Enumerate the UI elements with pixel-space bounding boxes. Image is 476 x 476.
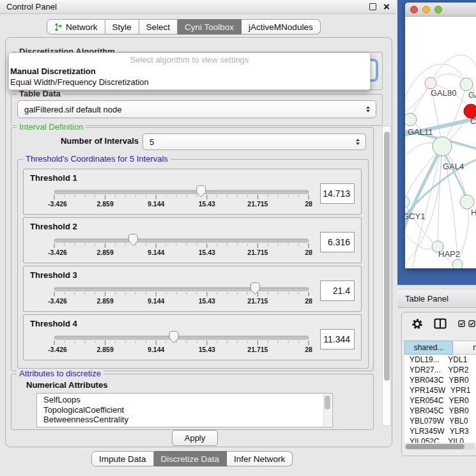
table-row[interactable]: YDL19...YDL1: [404, 355, 476, 365]
svg-text:15.43: 15.43: [199, 200, 215, 208]
svg-text:28: 28: [305, 297, 312, 305]
column-header-n[interactable]: n: [453, 341, 476, 355]
tab-label: Cyni Toolbox: [185, 22, 234, 32]
tab-network[interactable]: Network: [47, 19, 105, 35]
network-node[interactable]: [460, 78, 473, 91]
network-node-label: GAL80: [431, 88, 456, 98]
slider-handle[interactable]: [250, 283, 259, 295]
number-of-intervals-label: Number of Intervals: [31, 136, 139, 146]
tab-jactivemnodules[interactable]: jActiveMNodules: [242, 19, 321, 35]
tab-style[interactable]: Style: [105, 19, 139, 35]
bottom-tab-bar: Impute DataDiscretize DataInfer Network: [91, 451, 293, 466]
scrollbar-thumb[interactable]: [406, 444, 464, 449]
slider-handle[interactable]: [128, 234, 137, 246]
number-of-intervals-combobox[interactable]: 5: [142, 134, 366, 150]
threshold-slider[interactable]: -3.4262.8599.14415.4321.71528: [44, 185, 319, 209]
group-title: Attributes to discretize: [17, 369, 104, 379]
algorithm-options: Manual DiscretizationEqual Width/Frequen…: [9, 66, 370, 88]
table-data-combobox[interactable]: galFiltered.sif default node: [17, 100, 376, 118]
table-horizontal-scrollbar[interactable]: [404, 443, 475, 450]
table-row[interactable]: YER054CYER0: [404, 395, 476, 406]
tab-cyni-toolbox[interactable]: Cyni Toolbox: [178, 19, 242, 35]
checkbox-icon[interactable]: [458, 320, 465, 327]
network-node[interactable]: [433, 137, 452, 156]
threshold-value-field[interactable]: 6.316: [320, 232, 355, 252]
close-icon[interactable]: ×: [383, 2, 390, 12]
combo-arrows-icon: [366, 106, 370, 112]
attribute-item-selfloops[interactable]: SelfLoops: [43, 395, 323, 405]
threshold-label: Threshold 2: [30, 222, 77, 231]
network-node[interactable]: [425, 77, 436, 89]
gear-icon[interactable]: [411, 318, 424, 330]
combo-arrows-icon: [356, 139, 360, 145]
minimize-traffic-light[interactable]: [422, 6, 430, 13]
scrollbar-thumb[interactable]: [384, 132, 390, 381]
threshold-slider[interactable]: -3.4262.8599.14415.4321.71528: [44, 330, 319, 355]
apply-button[interactable]: Apply: [172, 430, 218, 446]
network-canvas[interactable]: GAL80GACGAL11GAL4GCY1HHAP2: [405, 17, 476, 268]
threshold-value-field[interactable]: 21.4: [320, 280, 355, 301]
attribute-item-betweennesscentrality[interactable]: BetweennessCentrality: [43, 415, 323, 425]
table-cell: YBR045C: [404, 406, 443, 416]
table-cell: YLR345W: [404, 426, 445, 436]
algorithm-option-manual-discretization[interactable]: Manual Discretization: [9, 66, 370, 77]
tab-label: Network: [66, 22, 98, 32]
threshold-panel-1: Threshold 1-3.4262.8599.14415.4321.71528…: [23, 169, 362, 215]
network-node-label: GAL11: [408, 127, 433, 137]
algorithm-option-equal-width-frequency-discretization[interactable]: Equal Width/Frequency Discretization: [9, 77, 370, 88]
svg-text:28: 28: [305, 346, 312, 353]
network-node[interactable]: [452, 259, 463, 268]
table-row[interactable]: YBL079WYBL0: [404, 416, 476, 426]
threshold-slider[interactable]: -3.4262.8599.14415.4321.71528: [44, 233, 319, 257]
network-node-label: H: [471, 208, 476, 217]
table-row[interactable]: YBR045CYBR0: [404, 406, 476, 416]
table-row[interactable]: YBR043CYBR0: [404, 375, 476, 385]
network-graph[interactable]: GAL80GACGAL11GAL4GCY1HHAP2: [405, 17, 476, 268]
tab-select[interactable]: Select: [139, 19, 178, 35]
table-row[interactable]: YLR345WYLR3: [404, 426, 476, 436]
threshold-panel-4: Threshold 4-3.4262.8599.14415.4321.71528…: [23, 314, 362, 360]
thresholds-group: Threshold's Coordinates for 5 Intervals …: [17, 159, 369, 369]
table-cell: YBL0: [444, 416, 476, 426]
numerical-attributes-label: Numerical Attributes: [26, 380, 107, 390]
tab-infer-network[interactable]: Infer Network: [227, 451, 293, 466]
close-traffic-light[interactable]: [410, 6, 418, 13]
svg-text:21.715: 21.715: [247, 297, 268, 305]
threshold-slider[interactable]: -3.4262.8599.14415.4321.71528: [44, 282, 319, 306]
svg-text:2.859: 2.859: [96, 346, 113, 353]
zoom-traffic-light[interactable]: [434, 6, 442, 13]
top-tab-bar: NetworkStyleSelectCyni ToolboxjActiveMNo…: [47, 19, 321, 35]
network-view-panel: GAL80GACGAL11GAL4GCY1HHAP2: [397, 0, 476, 285]
table-row[interactable]: YDR27...YDR2: [404, 365, 476, 375]
threshold-value-field[interactable]: 11.344: [320, 329, 355, 349]
split-columns-icon[interactable]: [434, 318, 447, 329]
panel-scrollbar[interactable]: [382, 126, 391, 426]
threshold-value-field[interactable]: 14.713: [320, 183, 355, 204]
list-scrollbar[interactable]: [323, 394, 332, 426]
checkbox-icon[interactable]: [468, 320, 475, 327]
numerical-attributes-list[interactable]: SelfLoopsTopologicalCoefficientBetweenne…: [36, 393, 333, 427]
screenshot-root: Control Panel × NetworkStyleSelectCyni T…: [0, 0, 476, 476]
table-row[interactable]: YPR145WYPR1: [404, 385, 476, 395]
slider-handle[interactable]: [169, 332, 178, 343]
table-cell: YDL1: [443, 355, 476, 365]
table-cell: YDL19...: [404, 355, 443, 365]
network-node[interactable]: [405, 196, 410, 208]
network-node[interactable]: [460, 195, 474, 209]
column-header-shared[interactable]: shared...: [404, 341, 453, 355]
network-node[interactable]: [405, 113, 417, 126]
tab-label: Discretize Data: [161, 454, 220, 464]
slider-handle[interactable]: [197, 186, 206, 197]
table-row[interactable]: YIL052CYIL0: [404, 436, 476, 443]
tab-label: Select: [146, 22, 171, 32]
svg-text:9.144: 9.144: [148, 346, 164, 353]
tab-impute-data[interactable]: Impute Data: [91, 451, 154, 466]
attribute-item-topologicalcoefficient[interactable]: TopologicalCoefficient: [43, 405, 323, 415]
table-header-row: shared...n: [404, 341, 476, 355]
tab-discretize-data[interactable]: Discretize Data: [154, 451, 227, 466]
tab-label: Impute Data: [99, 454, 146, 464]
svg-text:2.859: 2.859: [96, 249, 113, 256]
table-body: YDL19...YDL1YDR27...YDR2YBR043CYBR0YPR14…: [404, 355, 476, 443]
svg-text:9.144: 9.144: [148, 249, 164, 256]
float-icon[interactable]: [369, 3, 376, 10]
